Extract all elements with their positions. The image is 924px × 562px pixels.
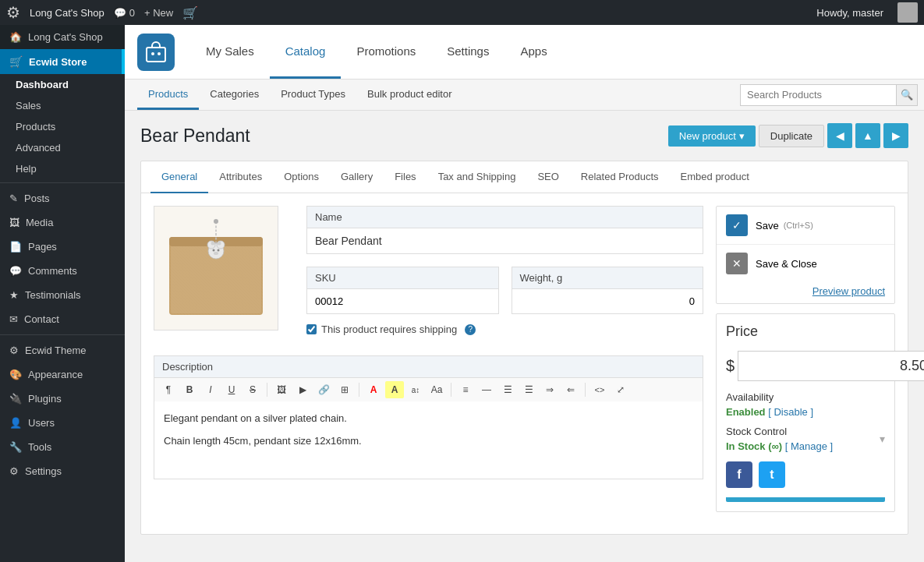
toolbar-align-left[interactable]: ≡ <box>456 381 475 398</box>
toolbar-image[interactable]: 🖼 <box>272 381 291 398</box>
admin-bar-cart[interactable]: 🛒 <box>182 5 198 20</box>
product-tab-files[interactable]: Files <box>384 161 427 193</box>
toolbar-strikethrough[interactable]: S <box>243 381 262 398</box>
sidebar-dashboard[interactable]: Dashboard <box>0 74 125 95</box>
editor-toolbar: ¶ B I U S 🖼 ▶ 🔗 ⊞ A <box>154 378 703 401</box>
sku-input[interactable] <box>306 288 499 314</box>
site-name[interactable]: Long Cat's Shop <box>30 7 104 19</box>
product-tab-embed[interactable]: Embed product <box>670 161 760 193</box>
product-image[interactable] <box>154 206 278 330</box>
product-tab-options[interactable]: Options <box>273 161 330 193</box>
search-products-input[interactable] <box>740 84 896 106</box>
comment-count: 0 <box>129 7 135 19</box>
comments-icon: 💬 <box>9 265 22 277</box>
subtab-bulk-editor[interactable]: Bulk product editor <box>356 80 462 110</box>
prev-product-button[interactable]: ◀ <box>827 123 852 148</box>
availability-section: Availability Enabled [ Disable ] <box>726 391 885 418</box>
price-currency: $ <box>726 357 735 375</box>
sidebar-users[interactable]: 👤 Users <box>0 411 125 435</box>
search-products-button[interactable]: 🔍 <box>896 84 918 106</box>
toolbar-underline[interactable]: U <box>222 381 241 398</box>
toolbar-ol[interactable]: ☰ <box>519 381 538 398</box>
admin-bar-new[interactable]: + New <box>144 7 173 19</box>
save-close-label: Save & Close <box>756 258 817 270</box>
tab-settings[interactable]: Settings <box>431 25 504 79</box>
up-product-button[interactable]: ▲ <box>855 123 880 148</box>
next-product-button[interactable]: ▶ <box>883 123 908 148</box>
toolbar-link[interactable]: 🔗 <box>314 381 333 398</box>
sidebar-media[interactable]: 🖼 Media <box>0 210 125 235</box>
svg-point-14 <box>218 249 220 252</box>
tab-my-sales[interactable]: My Sales <box>190 25 270 79</box>
sidebar-tools[interactable]: 🔧 Tools <box>0 435 125 459</box>
sidebar-testimonials[interactable]: ★ Testimonials <box>0 283 125 307</box>
preview-product-link[interactable]: Preview product <box>717 282 894 303</box>
product-tab-tax-shipping[interactable]: Tax and Shipping <box>427 161 527 193</box>
editor-content[interactable]: Elegant pendant on a silver plated chain… <box>154 401 703 479</box>
stock-arrow-icon[interactable]: ▾ <box>880 433 885 445</box>
toolbar-source[interactable]: <> <box>590 381 609 398</box>
tab-promotions[interactable]: Promotions <box>341 25 431 79</box>
product-tab-related-products[interactable]: Related Products <box>570 161 670 193</box>
sidebar-ecwid-theme[interactable]: ⚙ Ecwid Theme <box>0 338 125 362</box>
toolbar-fullscreen[interactable]: ⤢ <box>611 381 630 398</box>
sidebar-help[interactable]: Help <box>0 158 125 179</box>
subtab-products[interactable]: Products <box>137 80 199 110</box>
product-tab-general[interactable]: General <box>150 161 208 193</box>
toolbar-hr[interactable]: — <box>477 381 496 398</box>
toolbar-outdent[interactable]: ⇐ <box>561 381 580 398</box>
twitter-share-button[interactable]: t <box>759 461 785 488</box>
sidebar-appearance[interactable]: 🎨 Appearance <box>0 362 125 387</box>
tab-catalog[interactable]: Catalog <box>270 25 342 79</box>
toolbar-table[interactable]: ⊞ <box>335 381 354 398</box>
manage-stock-link[interactable]: [ Manage ] <box>785 440 833 452</box>
sidebar-pages[interactable]: 📄 Pages <box>0 235 125 259</box>
description-line1: Elegant pendant on a silver plated chain… <box>164 411 693 427</box>
info-icon[interactable]: ? <box>465 324 476 335</box>
disable-link[interactable]: [ Disable ] <box>768 406 813 418</box>
sidebar-products[interactable]: Products <box>0 116 125 137</box>
sidebar-comments[interactable]: 💬 Comments <box>0 259 125 283</box>
product-tab-attributes[interactable]: Attributes <box>208 161 273 193</box>
contact-icon: ✉ <box>9 313 18 325</box>
save-button-row[interactable]: ✓ Save (Ctrl+S) <box>717 207 894 245</box>
toolbar-indent[interactable]: ⇒ <box>540 381 559 398</box>
subtab-categories[interactable]: Categories <box>199 80 270 110</box>
toolbar-font-color[interactable]: A <box>364 381 383 398</box>
sidebar-advanced[interactable]: Advanced <box>0 137 125 158</box>
save-close-check-icon: ✕ <box>726 253 748 274</box>
toolbar-ul[interactable]: ☰ <box>498 381 517 398</box>
toolbar-font-size[interactable]: Aa <box>427 381 446 398</box>
toolbar-media[interactable]: ▶ <box>293 381 312 398</box>
save-close-button-row[interactable]: ✕ Save & Close <box>717 245 894 282</box>
subtab-product-types[interactable]: Product Types <box>270 80 356 110</box>
facebook-share-button[interactable]: f <box>726 461 752 488</box>
toolbar-bg-color[interactable]: A <box>385 381 404 398</box>
product-tab-seo[interactable]: SEO <box>526 161 569 193</box>
product-tab-gallery[interactable]: Gallery <box>330 161 384 193</box>
admin-avatar <box>897 2 918 23</box>
sidebar-ecwid-store[interactable]: 🛒 Ecwid Store <box>0 49 125 74</box>
sidebar-plugins[interactable]: 🔌 Plugins <box>0 387 125 411</box>
duplicate-button[interactable]: Duplicate <box>759 125 824 147</box>
description-section: Description ¶ B I U S 🖼 ▶ 🔗 <box>154 355 703 479</box>
shipping-checkbox[interactable] <box>306 324 317 334</box>
stock-section: Stock Control In Stock (∞) [ Manage ] ▾ <box>726 426 885 452</box>
tab-apps[interactable]: Apps <box>504 25 562 79</box>
toolbar-italic[interactable]: I <box>201 381 220 398</box>
weight-input[interactable] <box>512 288 704 314</box>
sidebar-settings[interactable]: ⚙ Settings <box>0 459 125 483</box>
sidebar-sales[interactable]: Sales <box>0 95 125 116</box>
admin-bar-comments[interactable]: 💬 0 <box>114 7 135 19</box>
toolbar-bold[interactable]: B <box>180 381 199 398</box>
sidebar-site-header[interactable]: 🏠 Long Cat's Shop <box>0 25 125 49</box>
price-input[interactable] <box>738 351 924 381</box>
name-input[interactable] <box>306 228 703 254</box>
svg-point-2 <box>158 52 161 55</box>
toolbar-paragraph[interactable]: ¶ <box>159 381 178 398</box>
sidebar-contact[interactable]: ✉ Contact <box>0 307 125 331</box>
product-page: Bear Pendant New product ▾ Duplicate ◀ ▲… <box>125 111 924 547</box>
toolbar-superscript[interactable]: a↕ <box>406 381 425 398</box>
new-product-button[interactable]: New product ▾ <box>668 125 756 147</box>
sidebar-posts[interactable]: ✎ Posts <box>0 186 125 210</box>
